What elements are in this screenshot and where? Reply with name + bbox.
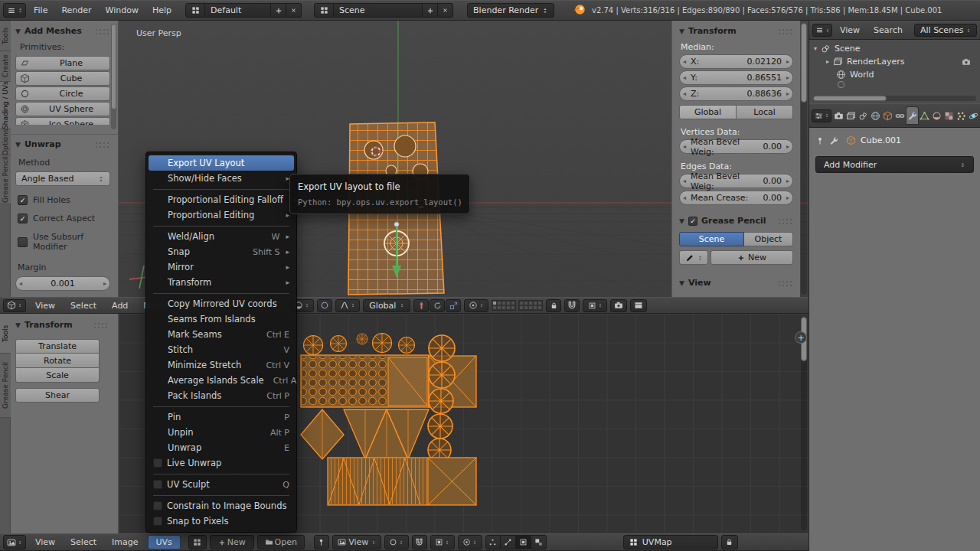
tab-render-layers[interactable] [845,107,857,124]
menu-item-uv-sculpt[interactable]: UV SculptQ [146,477,296,492]
tab-render[interactable] [833,107,844,124]
menu-checkbox[interactable] [153,501,162,510]
decrement-arrow-icon[interactable]: ◂ [683,90,686,97]
panel-grip[interactable] [778,280,793,286]
decrement-arrow-icon[interactable]: ◂ [683,194,686,201]
menu-item-minimize-stretch[interactable]: Minimize StretchCtrl V [146,357,296,373]
delete-scene-button[interactable] [438,3,453,18]
editor-type-button-properties[interactable] [812,109,831,122]
update-lock-button[interactable] [721,535,738,549]
tab-world[interactable] [870,107,881,124]
area-divider[interactable] [808,21,809,551]
menu-checkbox[interactable] [153,480,162,489]
panel-header-add-meshes[interactable]: ▼ Add Meshes [15,26,110,36]
outliner-item-renderlayers[interactable]: ▸ RenderLayers [814,55,975,68]
rotate-button[interactable]: Rotate [15,354,100,368]
fill-holes-checkbox[interactable] [18,195,28,205]
screen-name-field[interactable]: Default [205,3,271,18]
median-y-field[interactable]: ◂Y:0.86551▸ [679,70,793,85]
manipulator-translate-button[interactable] [413,299,429,312]
tab-object[interactable] [882,107,893,124]
opengl-render-button[interactable] [610,299,627,312]
increment-arrow-icon[interactable]: ▸ [103,280,106,287]
panel-header-uv-transform[interactable]: ▼Transform [15,320,109,330]
delete-screen-button[interactable] [286,3,302,18]
render-engine-select[interactable]: Blender Render [467,3,554,18]
outliner-item-world[interactable]: World [814,68,975,81]
tab-material[interactable] [931,107,942,124]
margin-field[interactable]: ◂ 0.001 ▸ [15,276,110,291]
add-uv-sphere-button[interactable]: UV Sphere [15,102,110,116]
panel-grip[interactable] [778,28,793,34]
increment-arrow-icon[interactable]: ▸ [786,74,789,81]
decrement-arrow-icon[interactable]: ◂ [683,178,686,184]
panel-grip[interactable] [93,322,109,328]
menu-item-weld-align[interactable]: Weld/AlignW▸ [146,229,296,244]
gp-draw-mode-button[interactable] [679,250,708,265]
scene-name-field[interactable]: Scene [334,3,423,18]
pivot-point-dropdown[interactable] [464,299,488,312]
gp-new-layer-button[interactable]: New [710,250,793,265]
scale-button[interactable]: Scale [15,368,100,383]
menu-item-mark-seams[interactable]: Mark SeamsCtrl E [146,327,296,342]
tool-shelf-tab-grease-pencil[interactable]: Grease Pencil [0,155,11,204]
scrollbar-thumb[interactable] [813,96,887,101]
menu-view[interactable]: View [29,298,61,313]
translate-button[interactable]: Translate [15,339,100,354]
increment-arrow-icon[interactable]: ▸ [786,58,789,65]
uv-proportional-dropdown[interactable] [384,535,409,549]
panel-header-transform[interactable]: ▼Transform [679,26,793,36]
unwrap-method-dropdown[interactable]: Angle Based [15,171,110,186]
browse-scene-button[interactable] [314,3,334,18]
uv-tab-grease-pencil[interactable]: Grease Pencil [0,354,11,418]
menu-item-export-uv-layout[interactable]: Export UV Layout [149,155,294,171]
menu-checkbox[interactable] [153,458,162,468]
browse-image-button[interactable] [188,535,207,549]
tab-texture[interactable] [943,107,955,124]
menu-checkbox[interactable] [153,517,162,526]
gp-source-scene-button[interactable]: Scene [679,232,744,246]
increment-arrow-icon[interactable]: ▸ [786,90,789,97]
outliner-display-dropdown[interactable]: All Scenes [914,24,977,37]
decrement-arrow-icon[interactable]: ◂ [683,143,686,150]
shear-button[interactable]: Shear [15,388,100,403]
snap-toggle-button[interactable] [564,299,580,312]
outliner-item-scene[interactable]: ▾ Scene [814,42,975,55]
add-plane-button[interactable]: Plane [15,56,110,70]
uv-editor-scrollbar[interactable] [801,317,807,530]
opengl-render-anim-button[interactable] [630,299,647,312]
uv-pivot-dropdown[interactable] [458,535,482,549]
add-screen-button[interactable] [271,3,286,18]
menu-item-show-hide-faces[interactable]: Show/Hide Faces▸ [146,171,296,186]
menu-item-transform[interactable]: Transform▸ [146,275,296,290]
menu-item-snap-to-pixels[interactable]: Snap to Pixels [146,514,296,529]
browse-screen-button[interactable] [185,3,205,18]
tool-shelf-scrollbar[interactable] [111,24,116,129]
lock-to-scene-button[interactable] [546,299,561,312]
tab-constraints[interactable] [894,107,906,124]
panel-header-unwrap[interactable]: ▼ Unwrap [15,139,110,149]
region-merge-button[interactable]: + [795,331,807,344]
menu-item-unpin[interactable]: UnpinAlt P [146,425,296,440]
menu-item-copy-mirrored-uv[interactable]: Copy Mirrored UV coords [146,296,296,311]
menu-item-proportional-falloff[interactable]: Proportional Editing Falloff▸ [146,192,296,207]
pin-icon[interactable] [815,136,825,145]
menu-select[interactable]: Select [64,298,103,313]
outliner-scrollbar[interactable] [813,96,976,101]
tab-physics[interactable] [968,107,979,124]
expand-arrow-icon[interactable]: ▾ [814,45,817,52]
menu-window[interactable]: Window [100,3,145,18]
increment-arrow-icon[interactable]: ▸ [786,143,789,150]
render-visibility-icon[interactable] [962,57,971,67]
menu-item-stitch[interactable]: StitchV [146,342,296,357]
tool-shelf-tab-tools[interactable]: Tools [0,21,11,51]
menu-select[interactable]: Select [64,535,103,550]
proportional-editing-button[interactable] [317,299,332,312]
tab-data[interactable] [919,107,930,124]
pin-button[interactable] [314,535,329,549]
uv-select-edge-button[interactable] [501,535,516,549]
add-modifier-dropdown[interactable]: Add Modifier [815,156,974,173]
display-mode-dropdown[interactable]: View [332,535,381,549]
decrement-arrow-icon[interactable]: ◂ [683,58,686,65]
uv-select-island-button[interactable] [531,535,547,549]
